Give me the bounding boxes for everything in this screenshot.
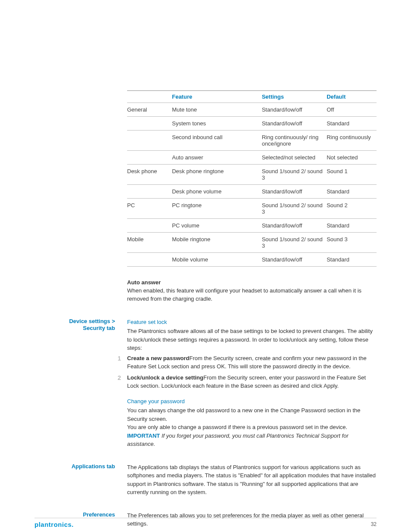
auto-answer-body: When enabled, this feature will configur…: [127, 287, 361, 302]
security-side-label: Device settings > Security tab: [34, 318, 127, 448]
feature-set-lock-body: The Plantronics software allows all of t…: [127, 327, 377, 352]
security-section: Device settings > Security tab Feature s…: [34, 318, 377, 448]
step-item: Create a new passwordFrom the Security s…: [118, 354, 377, 371]
feature-set-lock-heading: Feature set lock: [127, 318, 377, 327]
col-header-category: [127, 91, 172, 103]
col-header-default: Default: [327, 91, 377, 103]
page-number: 32: [371, 521, 377, 527]
applications-section: Applications tab The Applications tab di…: [34, 463, 377, 497]
applications-body: The Applications tab displays the status…: [127, 463, 377, 497]
page-footer: plantronics. 32: [34, 518, 377, 528]
table-row: Desk phoneDesk phone ringtoneSound 1/sou…: [127, 165, 377, 185]
change-password-line1: You can always change the old password t…: [127, 406, 377, 423]
plantronics-logo: plantronics.: [34, 521, 74, 528]
change-password-line2: You are only able to change a password i…: [127, 423, 377, 432]
applications-side-label: Applications tab: [34, 463, 127, 497]
col-header-settings: Settings: [262, 91, 327, 103]
auto-answer-block: Auto answer When enabled, this feature w…: [127, 279, 377, 303]
table-row: PCPC ringtoneSound 1/sound 2/ sound 3Sou…: [127, 199, 377, 219]
important-note: IMPORTANT If you forget your password, y…: [127, 432, 377, 448]
table-row: System tonesStandard/low/offStandard: [127, 117, 377, 131]
table-row: Desk phone volumeStandard/low/offStandar…: [127, 185, 377, 199]
table-row: PC volumeStandard/low/offStandard: [127, 219, 377, 233]
table-row: MobileMobile ringtoneSound 1/sound 2/ so…: [127, 233, 377, 253]
table-row: Auto answerSelected/not selectedNot sele…: [127, 151, 377, 165]
settings-table: Feature Settings Default GeneralMute ton…: [127, 90, 377, 267]
table-row: Second inbound callRing continuously/ ri…: [127, 131, 377, 151]
table-row: Mobile volumeStandard/low/offStandard: [127, 253, 377, 267]
step-item: Lock/unlock a device settingFrom the Sec…: [118, 373, 377, 390]
auto-answer-heading: Auto answer: [127, 279, 161, 286]
table-row: GeneralMute toneStandard/low/offOff: [127, 103, 377, 117]
col-header-feature: Feature: [172, 91, 262, 103]
change-password-heading: Change your password: [127, 397, 377, 406]
